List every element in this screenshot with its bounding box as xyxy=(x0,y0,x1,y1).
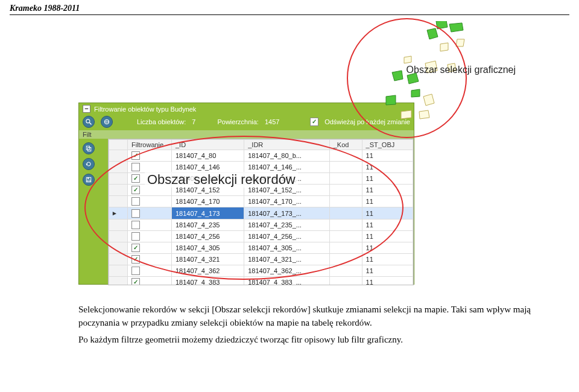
cell-id[interactable]: 181407_4_235 xyxy=(172,219,244,230)
row-header[interactable] xyxy=(109,219,128,230)
records-table[interactable]: Filtrowanie _ID _IDR _Kod _ST_OBJ ✓18140… xyxy=(109,139,413,285)
row-checkbox[interactable] xyxy=(131,209,140,218)
col-id[interactable]: _ID xyxy=(172,140,244,150)
col-st-obj[interactable]: _ST_OBJ xyxy=(362,140,413,150)
row-header[interactable] xyxy=(109,253,128,265)
map-area[interactable]: Obszar selekcji graficznej xyxy=(368,21,513,136)
table-row[interactable]: 181407_4_170181407_4_170_...11 xyxy=(109,196,413,207)
row-header[interactable] xyxy=(109,242,128,253)
cell-filtrowanie[interactable]: ✓ xyxy=(128,253,172,265)
table-row[interactable]: ✓181407_4_80181407_4_80_b...11 xyxy=(109,150,413,162)
cell-id[interactable]: 181407_4_80 xyxy=(172,150,244,162)
cell-st-obj[interactable]: 11 xyxy=(362,242,413,253)
cell-id[interactable]: 181407_4_146 xyxy=(172,162,244,173)
cell-st-obj[interactable]: 11 xyxy=(362,277,413,285)
cell-st-obj[interactable]: 11 xyxy=(362,196,413,207)
row-header[interactable] xyxy=(109,150,128,162)
cell-id[interactable]: 181407_4_362 xyxy=(172,265,244,276)
cell-kod[interactable] xyxy=(329,253,362,265)
col-kod[interactable]: _Kod xyxy=(329,140,362,150)
row-checkbox[interactable] xyxy=(131,267,140,275)
apply-button[interactable] xyxy=(83,158,95,170)
table-row[interactable]: 181407_4_146181407_4_146_...11 xyxy=(109,162,413,173)
row-checkbox[interactable]: ✓ xyxy=(131,186,140,194)
row-header[interactable] xyxy=(109,230,128,242)
table-row[interactable]: 181407_4_256181407_4_256_...11 xyxy=(109,230,413,242)
cell-kod[interactable] xyxy=(329,277,362,285)
cell-kod[interactable] xyxy=(329,265,362,276)
row-checkbox[interactable] xyxy=(131,197,140,206)
cell-filtrowanie[interactable] xyxy=(128,196,172,207)
cell-st-obj[interactable]: 11 xyxy=(362,230,413,242)
cell-kod[interactable] xyxy=(329,162,362,173)
grid-wrap[interactable]: Filtrowanie _ID _IDR _Kod _ST_OBJ ✓18140… xyxy=(108,139,414,285)
row-header[interactable] xyxy=(109,196,128,207)
cell-st-obj[interactable]: 11 xyxy=(362,265,413,276)
table-row[interactable]: ✓181407_4_305181407_4_305_...11 xyxy=(109,242,413,253)
table-row[interactable]: 181407_4_235181407_4_235_...11 xyxy=(109,219,413,230)
row-header[interactable] xyxy=(109,162,128,173)
row-checkbox[interactable]: ✓ xyxy=(131,244,140,252)
cell-filtrowanie[interactable]: ✓ xyxy=(128,242,172,253)
cell-filtrowanie[interactable]: ✓ xyxy=(128,150,172,162)
cell-idr[interactable]: 181407_4_170_... xyxy=(244,196,329,207)
cell-filtrowanie[interactable]: ✓ xyxy=(128,277,172,285)
cell-kod[interactable] xyxy=(329,242,362,253)
cell-idr[interactable]: 181407_4_235_... xyxy=(244,219,329,230)
cell-st-obj[interactable]: 11 xyxy=(362,173,413,185)
cell-st-obj[interactable]: 11 xyxy=(362,219,413,230)
row-header[interactable] xyxy=(109,265,128,276)
refresh-checkbox[interactable]: ✓ xyxy=(310,118,318,126)
row-checkbox[interactable]: ✓ xyxy=(131,255,140,264)
cell-id[interactable]: 181407_4_383 xyxy=(172,277,244,285)
cell-id[interactable]: 181407_4_256 xyxy=(172,230,244,242)
cell-id[interactable]: 181407_4_305 xyxy=(172,242,244,253)
cell-id[interactable]: 181407_4_170 xyxy=(172,196,244,207)
cell-idr[interactable]: 181407_4_173_... xyxy=(244,207,329,219)
cell-kod[interactable] xyxy=(329,219,362,230)
cell-kod[interactable] xyxy=(329,207,362,219)
save-button[interactable] xyxy=(83,174,95,186)
cell-filtrowanie[interactable] xyxy=(128,230,172,242)
cell-filtrowanie[interactable] xyxy=(128,265,172,276)
row-checkbox[interactable] xyxy=(131,221,140,229)
cell-id[interactable]: 181407_4_173 xyxy=(172,207,244,219)
cell-st-obj[interactable]: 11 xyxy=(362,207,413,219)
cell-kod[interactable] xyxy=(329,185,362,196)
table-row[interactable]: ▸181407_4_173181407_4_173_...11 xyxy=(109,207,413,219)
cell-filtrowanie[interactable] xyxy=(128,162,172,173)
table-row[interactable]: ✓181407_4_383181407_4_383_...11 xyxy=(109,277,413,285)
cell-kod[interactable] xyxy=(329,230,362,242)
cell-idr[interactable]: 181407_4_305_... xyxy=(244,242,329,253)
globe-button[interactable] xyxy=(101,116,113,128)
cell-filtrowanie[interactable] xyxy=(128,219,172,230)
row-checkbox[interactable]: ✓ xyxy=(131,174,140,183)
cell-idr[interactable]: 181407_4_383_... xyxy=(244,277,329,285)
col-idr[interactable]: _IDR xyxy=(244,140,329,150)
row-checkbox[interactable]: ✓ xyxy=(131,278,140,285)
cell-idr[interactable]: 181407_4_146_... xyxy=(244,162,329,173)
cell-st-obj[interactable]: 11 xyxy=(362,162,413,173)
table-row[interactable]: ✓181407_4_321181407_4_321_...11 xyxy=(109,253,413,265)
cell-idr[interactable]: 181407_4_362_... xyxy=(244,265,329,276)
row-checkbox[interactable]: ✓ xyxy=(131,151,140,160)
row-header[interactable] xyxy=(109,277,128,285)
row-checkbox[interactable] xyxy=(131,163,140,171)
cell-idr[interactable]: 181407_4_80_b... xyxy=(244,150,329,162)
cell-st-obj[interactable]: 11 xyxy=(362,185,413,196)
row-header[interactable] xyxy=(109,185,128,196)
cell-filtrowanie[interactable] xyxy=(128,207,172,219)
cell-kod[interactable] xyxy=(329,173,362,185)
copy-button[interactable] xyxy=(83,142,95,154)
cell-st-obj[interactable]: 11 xyxy=(362,150,413,162)
row-header[interactable] xyxy=(109,173,128,185)
cell-kod[interactable] xyxy=(329,150,362,162)
cell-idr[interactable]: 181407_4_256_... xyxy=(244,230,329,242)
row-checkbox[interactable] xyxy=(131,232,140,241)
cell-kod[interactable] xyxy=(329,196,362,207)
cell-st-obj[interactable]: 11 xyxy=(362,253,413,265)
collapse-button[interactable]: − xyxy=(83,105,90,113)
cell-idr[interactable]: 181407_4_321_... xyxy=(244,253,329,265)
search-button[interactable] xyxy=(83,116,95,128)
cell-id[interactable]: 181407_4_321 xyxy=(172,253,244,265)
